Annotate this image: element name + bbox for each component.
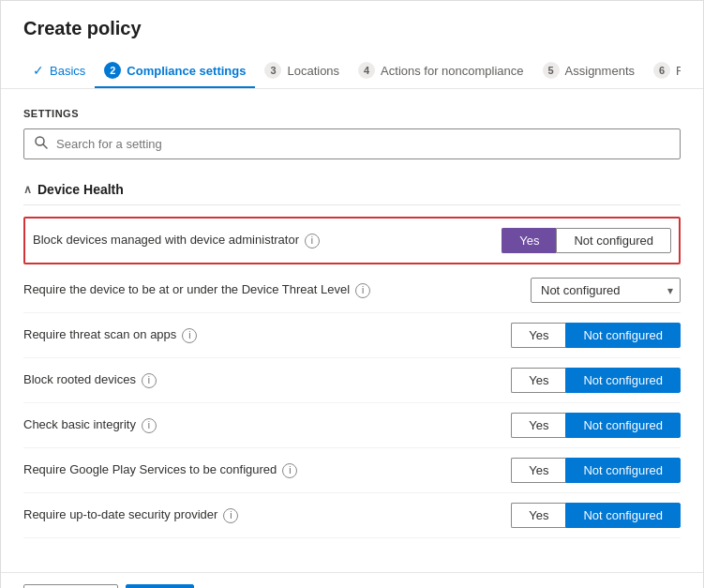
tab-actions-label: Actions for noncompliance [381, 64, 523, 78]
group-header[interactable]: ∧ Device Health [23, 178, 681, 201]
toggle-group-3: Yes Not configured [511, 368, 681, 393]
info-icon-3[interactable]: i [142, 373, 157, 388]
setting-row-threat-level: Require the device to be at or under the… [23, 268, 681, 313]
tab-compliance-label: Compliance settings [127, 64, 246, 78]
toggle-yes-6[interactable]: Yes [511, 503, 565, 528]
info-icon-0[interactable]: i [305, 234, 320, 249]
previous-button[interactable]: Previous [23, 584, 118, 588]
toggle-yes-3[interactable]: Yes [511, 368, 565, 393]
tab-assignments[interactable]: 5 Assignments [533, 54, 644, 88]
create-policy-panel: Create policy ✓ Basics 2 Compliance sett… [0, 0, 704, 588]
tab-compliance-step: 2 [104, 62, 121, 79]
device-health-group: ∧ Device Health Block devices managed wi… [23, 178, 681, 538]
search-input[interactable] [56, 137, 670, 151]
toggle-group-5: Yes Not configured [511, 458, 681, 483]
toggle-notconfigured-4[interactable]: Not configured [565, 413, 681, 438]
panel-header: Create policy ✓ Basics 2 Compliance sett… [1, 1, 703, 89]
toggle-group-2: Yes Not configured [511, 323, 681, 348]
tab-basics-label: Basics [50, 64, 85, 78]
tab-review-label: Review [676, 64, 681, 78]
tab-locations-label: Locations [287, 64, 339, 78]
setting-label-5: Require Google Play Services to be confi… [23, 461, 277, 478]
tab-review-step: 6 [653, 62, 670, 79]
chevron-up-icon: ∧ [23, 183, 32, 196]
divider [23, 204, 681, 205]
toggle-notconfigured-3[interactable]: Not configured [565, 368, 681, 393]
panel-footer: Previous Next [1, 572, 703, 588]
setting-row-basic-integrity: Check basic integrity i Yes Not configur… [23, 403, 681, 448]
toggle-yes-2[interactable]: Yes [511, 323, 565, 348]
setting-row-security-provider: Require up-to-date security provider i Y… [23, 493, 681, 538]
setting-label-wrap-0: Block devices managed with device admini… [33, 232, 502, 249]
check-icon: ✓ [33, 63, 44, 78]
toggle-yes-5[interactable]: Yes [511, 458, 565, 483]
setting-row-google-play: Require Google Play Services to be confi… [23, 448, 681, 493]
tab-basics[interactable]: ✓ Basics [23, 55, 95, 87]
toggle-notconfigured-5[interactable]: Not configured [565, 458, 681, 483]
panel-title: Create policy [23, 18, 681, 39]
tab-review[interactable]: 6 Review [644, 54, 681, 88]
search-box[interactable] [23, 128, 681, 159]
setting-label-2: Require threat scan on apps [23, 326, 176, 343]
toggle-group-0: Yes Not configured [502, 228, 671, 253]
tab-compliance[interactable]: 2 Compliance settings [95, 54, 255, 88]
toggle-notconfigured-0[interactable]: Not configured [556, 228, 671, 253]
setting-label-3: Block rooted devices [23, 371, 136, 388]
tab-actions-step: 4 [358, 62, 375, 79]
dropdown-threat-level[interactable]: Not configured Secured Low Medium High [531, 278, 681, 303]
setting-label-wrap-2: Require threat scan on apps i [23, 326, 511, 343]
setting-label-wrap-4: Check basic integrity i [23, 416, 511, 433]
tab-actions[interactable]: 4 Actions for noncompliance [349, 54, 532, 88]
group-label: Device Health [37, 182, 124, 197]
tab-assignments-label: Assignments [565, 64, 635, 78]
setting-label-4: Check basic integrity [23, 416, 136, 433]
info-icon-2[interactable]: i [182, 328, 197, 343]
wizard-tabs: ✓ Basics 2 Compliance settings 3 Locatio… [23, 54, 681, 88]
toggle-notconfigured-6[interactable]: Not configured [565, 503, 681, 528]
setting-label-6: Require up-to-date security provider [23, 506, 217, 523]
tab-locations-step: 3 [264, 62, 281, 79]
tab-assignments-step: 5 [543, 62, 560, 79]
tab-locations[interactable]: 3 Locations [255, 54, 349, 88]
setting-label-wrap-5: Require Google Play Services to be confi… [23, 461, 511, 478]
setting-row-threat-scan: Require threat scan on apps i Yes Not co… [23, 313, 681, 358]
toggle-yes-0[interactable]: Yes [502, 228, 556, 253]
toggle-group-4: Yes Not configured [511, 413, 681, 438]
toggle-yes-4[interactable]: Yes [511, 413, 565, 438]
setting-label-0: Block devices managed with device admini… [33, 232, 299, 249]
info-icon-6[interactable]: i [223, 508, 238, 523]
next-button[interactable]: Next [126, 584, 193, 588]
setting-row-block-device-admin: Block devices managed with device admini… [23, 217, 681, 264]
toggle-notconfigured-2[interactable]: Not configured [565, 323, 681, 348]
panel-body: SETTINGS ∧ Device Health Block devices m… [1, 89, 703, 572]
setting-label-1: Require the device to be at or under the… [23, 281, 350, 298]
svg-line-1 [43, 144, 47, 148]
settings-section-label: SETTINGS [23, 108, 681, 119]
setting-label-wrap-3: Block rooted devices i [23, 371, 511, 388]
dropdown-select-threat-level[interactable]: Not configured Secured Low Medium High [531, 278, 681, 303]
info-icon-4[interactable]: i [142, 418, 157, 433]
info-icon-1[interactable]: i [355, 283, 370, 298]
toggle-group-6: Yes Not configured [511, 503, 681, 528]
search-icon [34, 135, 49, 153]
setting-row-rooted: Block rooted devices i Yes Not configure… [23, 358, 681, 403]
setting-label-wrap-1: Require the device to be at or under the… [23, 281, 531, 298]
setting-label-wrap-6: Require up-to-date security provider i [23, 506, 511, 523]
info-icon-5[interactable]: i [282, 463, 297, 478]
